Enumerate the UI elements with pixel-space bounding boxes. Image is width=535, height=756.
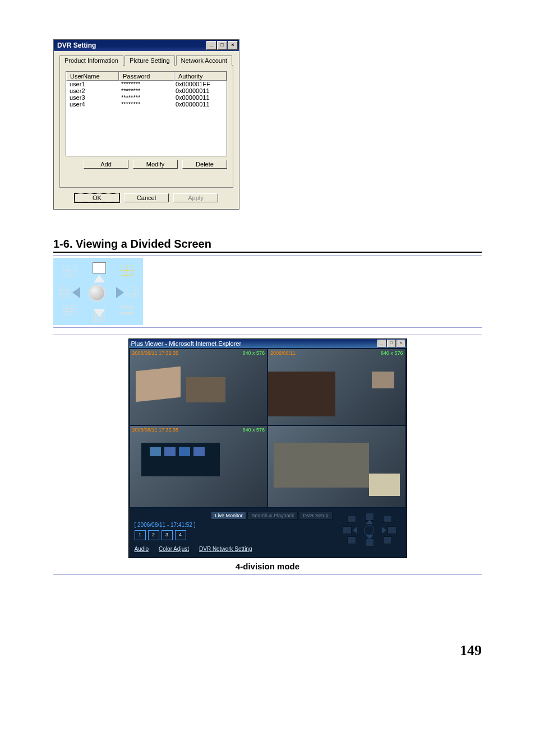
svg-rect-17 (63, 305, 76, 315)
pad-center-button[interactable] (89, 285, 105, 302)
minimize-icon[interactable]: _ (377, 340, 386, 347)
plusviewer-figure: Plus Viewer - Microsoft Internet Explore… (53, 335, 482, 575)
division-pad-container (53, 255, 482, 328)
grid-4-icon[interactable] (121, 266, 133, 276)
tab-product-information[interactable]: Product Information (59, 55, 123, 66)
arrow-right-icon[interactable] (382, 527, 386, 534)
svg-rect-12 (126, 287, 139, 297)
grid-13-icon[interactable] (121, 305, 133, 315)
cancel-button[interactable]: Cancel (124, 193, 169, 202)
col-username[interactable]: UserName (66, 72, 119, 81)
grid-16-icon[interactable] (365, 539, 374, 546)
close-icon[interactable]: × (396, 340, 405, 347)
link-color-adjust[interactable]: Color Adjust (159, 546, 189, 552)
grid-13-icon[interactable] (383, 536, 392, 544)
col-authority[interactable]: Authority (174, 72, 227, 81)
section-heading: 1-6. Viewing a Divided Screen (53, 238, 482, 251)
tab-network-account[interactable]: Network Account (176, 55, 233, 66)
ok-button[interactable]: OK (75, 193, 119, 202)
grid-16-icon[interactable] (93, 312, 105, 322)
grid-6-icon[interactable] (388, 526, 396, 534)
link-audio[interactable]: Audio (135, 546, 149, 552)
arrow-left-icon[interactable] (72, 287, 80, 298)
arrow-left-icon[interactable] (353, 527, 357, 534)
grid-10-icon[interactable] (343, 526, 352, 534)
grid-9-icon[interactable] (63, 305, 76, 315)
division-pad (53, 258, 143, 325)
video-grid: 2006/08/11 17:32:35 640 x 576 2006/08/11… (129, 348, 407, 508)
apply-button: Apply (173, 193, 218, 202)
figure-caption: 4-division mode (53, 562, 482, 571)
table-row[interactable]: user3 ******** 0x00000011 (66, 94, 227, 101)
camera-cell-4[interactable] (268, 426, 405, 507)
mini-division-pad (342, 512, 398, 548)
camera-cell-1[interactable]: 2006/08/11 17:32:35 640 x 576 (130, 349, 268, 425)
toolbar-timestamp: [ 2006/08/11 - 17:41:52 ] (135, 522, 333, 528)
table-row[interactable]: user1 ******** 0x000001FF (66, 81, 227, 87)
grid-4-icon[interactable] (383, 515, 392, 523)
network-account-panel: UserName Password Authority user1 ******… (59, 65, 233, 188)
arrow-up-icon[interactable] (366, 520, 373, 524)
tab-picture-setting[interactable]: Picture Setting (124, 55, 175, 66)
pad-center-button[interactable] (364, 525, 374, 535)
camera-cell-3[interactable]: 2006/08/11 17:32:35 640 x 576 (130, 426, 268, 507)
close-icon[interactable]: × (228, 41, 238, 50)
plusviewer-title: Plus Viewer - Microsoft Internet Explore… (131, 340, 242, 347)
maximize-icon[interactable]: □ (387, 340, 396, 347)
channel-button-3[interactable]: 3 (162, 530, 173, 540)
tab-live-monitor[interactable]: Live Monitor (211, 512, 246, 520)
arrow-up-icon[interactable] (94, 275, 105, 282)
arrow-right-icon[interactable] (116, 287, 124, 298)
grid-9-icon[interactable] (347, 536, 356, 544)
tab-search-playback[interactable]: Search & Playback (247, 512, 298, 520)
plusviewer-toolbar: Live Monitor Search & Playback DVR Setup… (129, 508, 407, 558)
modify-button[interactable]: Modify (133, 160, 178, 169)
grid-7-icon[interactable] (63, 266, 76, 276)
tab-dvr-setup[interactable]: DVR Setup (299, 512, 332, 520)
delete-button[interactable]: Delete (182, 160, 227, 169)
table-row[interactable]: user4 ******** 0x00000011 (66, 101, 227, 108)
dvr-titlebar: DVR Setting _ □ × (54, 40, 239, 51)
table-row[interactable]: user2 ******** 0x00000011 (66, 87, 227, 94)
page-number: 149 (53, 642, 482, 659)
plusviewer-titlebar: Plus Viewer - Microsoft Internet Explore… (129, 339, 407, 348)
grid-10-icon[interactable] (58, 287, 70, 297)
svg-rect-7 (58, 287, 70, 297)
grid-6-icon[interactable] (126, 287, 139, 297)
link-dvr-network[interactable]: DVR Network Setting (199, 546, 252, 552)
single-icon[interactable] (93, 262, 106, 273)
maximize-icon[interactable]: □ (217, 41, 227, 50)
channel-button-1[interactable]: 1 (135, 530, 146, 540)
col-password[interactable]: Password (119, 72, 174, 81)
channel-button-4[interactable]: 4 (175, 530, 186, 540)
channel-button-2[interactable]: 2 (148, 530, 159, 540)
dvr-title: DVR Setting (57, 41, 96, 49)
grid-7-icon[interactable] (347, 515, 356, 523)
dvr-setting-dialog: DVR Setting _ □ × Product Information Pi… (53, 39, 239, 210)
plusviewer-window: Plus Viewer - Microsoft Internet Explore… (128, 338, 407, 558)
add-button[interactable]: Add (84, 160, 128, 169)
heading-rule (53, 252, 482, 253)
minimize-icon[interactable]: _ (206, 41, 216, 50)
account-list[interactable]: UserName Password Authority user1 ******… (66, 71, 227, 156)
dvr-tabs: Product Information Picture Setting Netw… (59, 55, 233, 66)
camera-cell-2[interactable]: 2006/08/11 640 x 576 (268, 349, 405, 425)
